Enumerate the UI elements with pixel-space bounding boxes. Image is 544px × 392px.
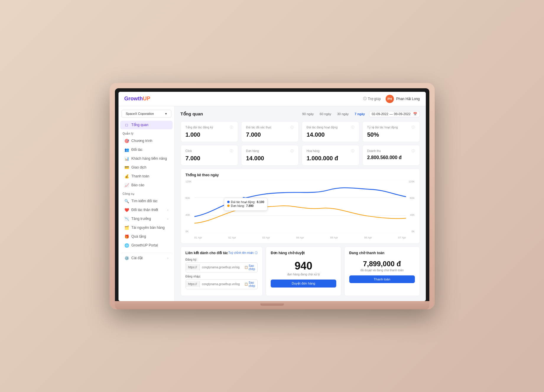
sidebar-resources-label: Tài nguyên bán hàng — [131, 226, 165, 230]
date-range-picker[interactable]: 02-09-2022 — 09-09-2022 📅 — [369, 111, 420, 117]
copy-icon-2: 📋 — [244, 282, 248, 286]
sidebar-section-tools: Công cụ — [118, 190, 174, 197]
x-label-0: 01 Apr — [194, 236, 202, 239]
topbar: GrowthUP ⓘ Trợ giúp PH Phan Hải Long — [118, 92, 426, 106]
filter-60-days[interactable]: 60 ngày — [318, 112, 333, 116]
chevron-right-icon-2: › — [167, 217, 168, 220]
y-label-3: 0K — [186, 230, 192, 233]
custom-domain-label: Tuỳ chỉnh tên miền — [228, 251, 254, 254]
y-label-r3: 0K — [408, 230, 415, 233]
sidebar-loyal-partner-label: Đối tác thân thiết — [131, 208, 158, 212]
login-copy-button[interactable]: 📋 Sao chép — [242, 280, 258, 289]
signup-copy-button[interactable]: 📋 Sao chép — [242, 263, 258, 272]
order-card: Đơn hàng chờ duyệt 940 đơn hàng đang chờ… — [266, 246, 341, 296]
order-big-number: 940 — [271, 260, 336, 272]
tooltip-line2: Đơn hàng: 7.890 — [227, 204, 264, 208]
date-separator: — — [389, 112, 393, 116]
stat-active-rate: Tỷ lệ đối tác hoạt động ⓘ 50% — [362, 121, 420, 142]
main-content: Tổng quan 90 ngày 60 ngày 30 ngày 7 ngày… — [175, 106, 426, 301]
laptop-bezel: GrowthUP ⓘ Trợ giúp PH Phan Hải Long — [115, 88, 429, 301]
stat-label-order: Đơn hàng ⓘ — [246, 149, 294, 153]
sidebar-program-label: Chương trình — [131, 139, 152, 143]
pay-button[interactable]: Thanh toán — [349, 275, 415, 283]
stat-label-2: Đối tác đang hoạt động ⓘ — [307, 125, 354, 130]
filter-7-days[interactable]: 7 ngày — [353, 112, 367, 116]
growth-icon: 📉 — [124, 217, 129, 221]
chart-title: Thống kê theo ngày — [186, 173, 415, 177]
sidebar-item-growth[interactable]: 📉 Tăng trưởng › — [120, 215, 173, 223]
sidebar-partner-label: Đối tác — [131, 148, 143, 152]
x-label-1: 02 Apr — [228, 236, 236, 239]
sidebar-item-partner[interactable]: 👥 Đối tác — [120, 146, 173, 154]
loyal-partner-icon: ❤️ — [124, 208, 129, 212]
bottom-grid: Liên kết dành cho đối tác Tuỳ chỉnh tên … — [181, 246, 420, 296]
sidebar-item-report[interactable]: 📈 Báo cáo — [120, 181, 173, 190]
signup-label: Đăng ký: — [186, 258, 258, 261]
approve-orders-button[interactable]: Duyệt đơn hàng — [271, 280, 336, 288]
y-label-1: 80K — [186, 197, 192, 200]
stat-value-2: 14.000 — [307, 131, 354, 138]
sidebar-item-transaction[interactable]: 💳 Giao dịch — [120, 163, 173, 172]
sidebar-item-search-partner[interactable]: 🔍 Tìm kiếm đối tác — [120, 197, 173, 205]
stat-revenue: Doanh thu ⓘ 2.800.560.000 đ — [362, 145, 420, 166]
chart-svg: Đối tác hoạt động: 8.100 Đơn hàng: 7.890 — [194, 180, 406, 233]
user-menu[interactable]: PH Phan Hải Long — [386, 95, 420, 103]
help-button[interactable]: ⓘ Trợ giúp — [363, 96, 381, 101]
signup-input[interactable] — [200, 264, 242, 270]
custom-domain-link[interactable]: Tuỳ chỉnh tên miền ⓘ — [228, 251, 258, 255]
sidebar-item-potential[interactable]: 📊 Khách hàng tiềm năng — [120, 154, 173, 163]
laptop-outer: GrowthUP ⓘ Trợ giúp PH Phan Hải Long — [110, 83, 435, 309]
x-label-6: 07 Apr — [398, 236, 406, 239]
stat-label-0: Tổng đối tác đăng ký ⓘ — [186, 125, 233, 130]
y-label-r0: 120K — [408, 180, 415, 183]
settings-arrow-icon: › — [167, 257, 168, 260]
stat-active-partners: Đối tác đang hoạt động ⓘ 14.000 — [302, 121, 359, 142]
chart-y-labels-right: 120K 80K 40K 0K — [408, 180, 415, 239]
logo-up: UP — [143, 96, 150, 102]
sidebar-item-resources[interactable]: 🗂️ Tài nguyên bán hàng — [120, 223, 173, 232]
filter-30-days[interactable]: 30 ngày — [335, 112, 350, 116]
payment-icon: 💰 — [124, 174, 129, 179]
payment-card: Đang chờ thanh toán 7,899,000 đ đã duyệt… — [344, 246, 420, 296]
stat-value-click: 7.000 — [186, 155, 233, 162]
sidebar-item-payment[interactable]: 💰 Thanh toán — [120, 172, 173, 181]
y-label-r2: 40K — [408, 213, 415, 216]
chevron-right-icon: › — [167, 208, 168, 212]
sidebar-item-settings[interactable]: ⚙️ Cài đặt › — [120, 253, 173, 262]
y-label-0: 120K — [186, 180, 192, 183]
sidebar-item-portal[interactable]: 🌐 GrowthUP Portal — [120, 241, 173, 250]
stats-row-1: Tổng đối tác đăng ký ⓘ 1.000 Đối tác đã … — [181, 121, 420, 142]
sidebar-item-overview[interactable]: □ Tổng quan — [120, 121, 173, 129]
y-label-r1: 80K — [408, 197, 415, 200]
sidebar-portal-label: GrowthUP Portal — [131, 243, 158, 247]
sidebar-report-label: Báo cáo — [131, 183, 144, 187]
sidebar-settings-label: Cài đặt — [131, 256, 143, 260]
info-icon-1: ⓘ — [290, 125, 294, 130]
sidebar-item-loyal-partner[interactable]: ❤️ Đối tác thân thiết › — [120, 206, 173, 214]
tooltip-line1: Đối tác hoạt động: 8.100 — [227, 200, 264, 204]
stat-clicks: Click ⓘ 7.000 — [181, 145, 238, 166]
filter-90-days[interactable]: 90 ngày — [301, 112, 316, 116]
login-input[interactable] — [200, 281, 242, 287]
x-label-3: 04 Apr — [296, 236, 304, 239]
stat-label-commission: Hoa hồng ⓘ — [307, 149, 354, 153]
company-select[interactable]: SpaceX Coporation ▾ — [121, 110, 171, 118]
sidebar-item-program[interactable]: 🎯 Chương trình — [120, 137, 173, 145]
gifts-icon: 🎁 — [124, 234, 129, 239]
stat-value-commission: 1.000.000 đ — [307, 155, 354, 162]
stat-label-3: Tỷ lệ đối tác hoạt động ⓘ — [367, 125, 415, 130]
payment-sub-label: đã duyệt và đang chờ thanh toán — [349, 269, 415, 272]
partner-icon: 👥 — [124, 148, 129, 152]
stats-row-2: Click ⓘ 7.000 Đơn hàng ⓘ 14.000 — [181, 145, 420, 166]
sidebar-payment-label: Thanh toán — [131, 174, 150, 178]
chart-container: 120K 80K 40K 0K 120K 80K 40K 0K — [186, 180, 415, 239]
date-filters: 90 ngày 60 ngày 30 ngày 7 ngày 02-09-202… — [301, 111, 420, 117]
stat-label-1: Đối tác đã xác thực ⓘ — [246, 125, 294, 130]
sidebar-transaction-label: Giao dịch — [131, 165, 147, 169]
copy-icon-1: 📋 — [244, 266, 248, 269]
sidebar-item-gifts[interactable]: 🎁 Quà tặng — [120, 232, 173, 241]
help-icon: ⓘ — [363, 96, 367, 101]
stat-value-1: 7.000 — [246, 131, 294, 138]
sidebar-section-management: Quản lý — [118, 130, 174, 136]
x-label-5: 06 Apr — [364, 236, 372, 239]
